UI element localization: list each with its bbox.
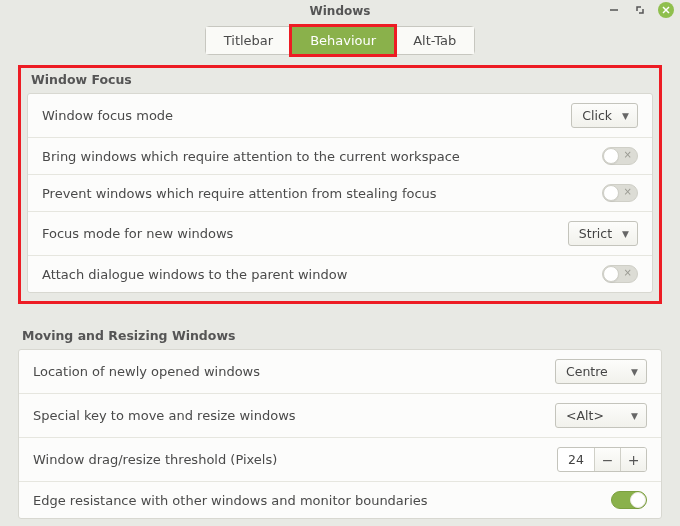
toggle-bring-attention[interactable]: × [602,147,638,165]
close-button[interactable] [658,2,674,18]
chevron-down-icon: ▼ [631,411,638,421]
dropdown-value: Strict [579,226,612,241]
spin-value[interactable]: 24 [558,448,594,471]
row-edge-resistance: Edge resistance with other windows and m… [19,482,661,518]
row-focus-mode: Window focus mode Click ▼ [28,94,652,138]
minimize-button[interactable] [606,2,622,18]
tab-alttab[interactable]: Alt-Tab [395,27,474,54]
toggle-edge-resistance[interactable]: × [611,491,647,509]
row-window-location: Location of newly opened windows Centre … [19,350,661,394]
label-window-location: Location of newly opened windows [33,364,260,379]
window-titlebar: Windows [0,0,680,22]
toggle-knob [603,148,619,164]
tab-bar: Titlebar Behaviour Alt-Tab [0,22,680,65]
maximize-button[interactable] [632,2,648,18]
section-moving-resizing: Moving and Resizing Windows Location of … [18,322,662,526]
row-prevent-steal: Prevent windows which require attention … [28,175,652,212]
dropdown-value: Centre [566,364,608,379]
toggle-knob [630,492,646,508]
label-attach-dialogue: Attach dialogue windows to the parent wi… [42,267,347,282]
tab-titlebar[interactable]: Titlebar [206,27,292,54]
chevron-down-icon: ▼ [622,111,629,121]
chevron-down-icon: ▼ [631,367,638,377]
label-focus-mode: Window focus mode [42,108,173,123]
toggle-prevent-steal[interactable]: × [602,184,638,202]
label-edge-resistance: Edge resistance with other windows and m… [33,493,428,508]
window-title: Windows [310,4,371,18]
list-moving-resizing: Location of newly opened windows Centre … [18,349,662,519]
row-attach-dialogue: Attach dialogue windows to the parent wi… [28,256,652,292]
section-title-window-focus: Window Focus [31,72,653,87]
label-drag-threshold: Window drag/resize threshold (Pixels) [33,452,277,467]
row-focus-new-windows: Focus mode for new windows Strict ▼ [28,212,652,256]
toggle-knob [603,266,619,282]
toggle-off-icon: × [624,186,632,197]
label-focus-new-windows: Focus mode for new windows [42,226,233,241]
chevron-down-icon: ▼ [622,229,629,239]
row-drag-threshold: Window drag/resize threshold (Pixels) 24… [19,438,661,482]
row-bring-attention: Bring windows which require attention to… [28,138,652,175]
dropdown-value: <Alt> [566,408,604,423]
section-title-moving-resizing: Moving and Resizing Windows [22,328,662,343]
label-prevent-steal: Prevent windows which require attention … [42,186,437,201]
section-window-focus: Window Focus Window focus mode Click ▼ B… [18,65,662,304]
spin-drag-threshold: 24 − + [557,447,647,472]
dropdown-focus-new-windows[interactable]: Strict ▼ [568,221,638,246]
label-special-key: Special key to move and resize windows [33,408,296,423]
window-controls [606,2,674,18]
list-window-focus: Window focus mode Click ▼ Bring windows … [27,93,653,293]
dropdown-window-location[interactable]: Centre ▼ [555,359,647,384]
dropdown-special-key[interactable]: <Alt> ▼ [555,403,647,428]
toggle-off-icon: × [624,267,632,278]
spin-increment[interactable]: + [620,448,646,471]
label-bring-attention: Bring windows which require attention to… [42,149,460,164]
spin-decrement[interactable]: − [594,448,620,471]
toggle-attach-dialogue[interactable]: × [602,265,638,283]
toggle-off-icon: × [624,149,632,160]
tab-behaviour[interactable]: Behaviour [292,27,395,54]
dropdown-value: Click [582,108,612,123]
dropdown-focus-mode[interactable]: Click ▼ [571,103,638,128]
row-special-key: Special key to move and resize windows <… [19,394,661,438]
toggle-knob [603,185,619,201]
